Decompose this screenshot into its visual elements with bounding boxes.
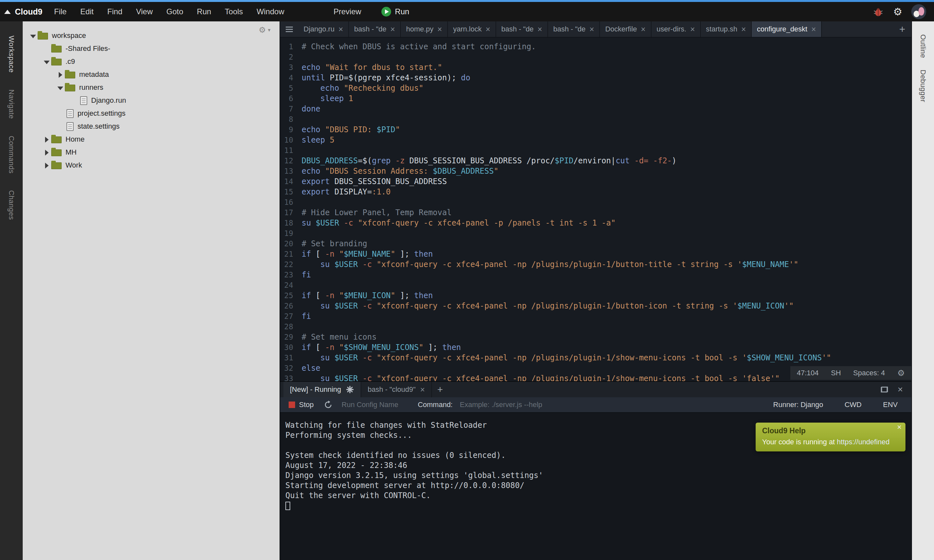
code-line[interactable]: 29# Set menu icons <box>280 332 911 342</box>
tree-item-workspace[interactable]: workspace <box>23 29 279 42</box>
editor-tab-yarn-lock[interactable]: yarn.lock× <box>448 22 496 37</box>
editor-tab-home-py[interactable]: home.py× <box>401 22 448 37</box>
code-line[interactable]: 4until PID=$(pgrep xfce4-session); do <box>280 72 911 83</box>
cwd-button[interactable]: CWD <box>845 400 862 409</box>
tab-close-icon[interactable]: × <box>741 25 746 33</box>
disclosure-closed-icon[interactable] <box>42 136 51 143</box>
menu-find[interactable]: Find <box>107 7 123 16</box>
rail-tab-changes[interactable]: Changes <box>7 190 15 220</box>
editor-tab-django-ru[interactable]: Django.ru× <box>298 22 349 37</box>
run-button[interactable]: Run <box>381 7 409 17</box>
rail-tab-outline[interactable]: Outline <box>919 34 927 58</box>
tab-close-icon[interactable]: × <box>641 25 646 33</box>
tree-item-home[interactable]: Home <box>23 133 279 146</box>
tab-close-icon[interactable]: × <box>690 25 695 33</box>
code-line[interactable]: 2 <box>280 52 911 62</box>
code-line[interactable]: 25if [ -n "$MENU_ICON" ]; then <box>280 290 911 301</box>
tree-item-project-settings[interactable]: project.settings <box>23 107 279 120</box>
rail-tab-workspace[interactable]: Workspace <box>7 35 15 72</box>
code-line[interactable]: 12DBUS_ADDRESS=$(grep -z DBUS_SESSION_BU… <box>280 155 911 166</box>
tree-item-state-settings[interactable]: state.settings <box>23 120 279 133</box>
code-line[interactable]: 11 <box>280 145 911 155</box>
editor-tab-configure-deskt[interactable]: configure_deskt× <box>752 22 822 37</box>
disclosure-closed-icon[interactable] <box>56 71 65 78</box>
syntax-mode[interactable]: SH <box>831 369 841 377</box>
code-line[interactable]: 22 su $USER -c "xfconf-query -c xfce4-pa… <box>280 259 911 270</box>
tab-list-button[interactable] <box>280 22 298 37</box>
tab-close-icon[interactable]: × <box>420 386 425 394</box>
console-tab-new-running[interactable]: [New] - Running <box>284 382 361 397</box>
stop-button[interactable]: Stop <box>299 400 314 409</box>
tree-item-c9[interactable]: .c9 <box>23 55 279 68</box>
menu-view[interactable]: View <box>136 7 153 16</box>
menu-file[interactable]: File <box>54 7 67 16</box>
code-line[interactable]: 15export DISPLAY=:1.0 <box>280 187 911 197</box>
code-line[interactable]: 14export DBUS_SESSION_BUS_ADDRESS <box>280 176 911 187</box>
editor-settings-gear-icon[interactable]: ⚙ <box>897 369 905 377</box>
code-line[interactable]: 3echo "Wait for dbus to start." <box>280 62 911 72</box>
code-line[interactable]: 19 <box>280 228 911 238</box>
code-line[interactable]: 10sleep 5 <box>280 135 911 145</box>
runner-selector[interactable]: Runner: Django <box>773 400 823 409</box>
tab-close-icon[interactable]: × <box>590 25 595 33</box>
disclosure-closed-icon[interactable] <box>42 162 51 169</box>
disclosure-open-icon[interactable] <box>56 84 65 91</box>
new-console-tab-button[interactable]: + <box>432 382 448 397</box>
code-line[interactable]: 21if [ -n "$MENU_NAME" ]; then <box>280 249 911 259</box>
code-line[interactable]: 24 <box>280 280 911 290</box>
code-line[interactable]: 28 <box>280 322 911 332</box>
tree-item-mh[interactable]: MH <box>23 146 279 159</box>
code-line[interactable]: 8 <box>280 114 911 125</box>
restart-button[interactable] <box>323 400 333 410</box>
cursor-position[interactable]: 47:104 <box>797 369 818 377</box>
editor-tab-startup-sh[interactable]: startup.sh× <box>701 22 752 37</box>
run-config-dropdown[interactable]: Run Config Name <box>342 400 398 409</box>
menu-run[interactable]: Run <box>197 7 211 16</box>
code-line[interactable]: 20# Set branding <box>280 238 911 249</box>
code-line[interactable]: 5 echo "Rechecking dbus" <box>280 83 911 93</box>
disclosure-open-icon[interactable] <box>42 58 51 65</box>
code-line[interactable]: 30if [ -n "$SHOW_MENU_ICONS" ]; then <box>280 342 911 352</box>
editor-tab-bash-de[interactable]: bash - "de× <box>349 22 401 37</box>
new-tab-button[interactable]: + <box>893 22 911 37</box>
toast-link[interactable]: https://undefined <box>837 438 889 446</box>
code-line[interactable]: 31 su $USER -c "xfconf-query -c xfce4-pa… <box>280 352 911 363</box>
editor-tab-user-dirs[interactable]: user-dirs.× <box>652 22 701 37</box>
bug-icon[interactable] <box>872 6 884 17</box>
preview-button[interactable]: Preview <box>333 7 361 16</box>
maximize-panel-icon[interactable] <box>881 387 888 392</box>
tab-close-icon[interactable]: × <box>811 25 816 33</box>
menu-goto[interactable]: Goto <box>166 7 183 16</box>
disclosure-closed-icon[interactable] <box>42 149 51 156</box>
tree-item-metadata[interactable]: metadata <box>23 68 279 81</box>
rail-tab-debugger[interactable]: Debugger <box>919 70 927 102</box>
env-button[interactable]: ENV <box>883 400 898 409</box>
spaces-setting[interactable]: Spaces: 4 <box>853 369 885 377</box>
disclosure-open-icon[interactable] <box>29 32 38 39</box>
menu-tools[interactable]: Tools <box>225 7 243 16</box>
tab-close-icon[interactable]: × <box>390 25 395 33</box>
app-logo[interactable]: Cloud9 <box>15 7 43 17</box>
code-line[interactable]: 27fi <box>280 311 911 322</box>
collapse-menu-arrow[interactable] <box>0 10 15 14</box>
tree-item-shared-files[interactable]: -Shared Files- <box>23 42 279 55</box>
editor-tab-bash-de[interactable]: bash - "de× <box>548 22 600 37</box>
code-line[interactable]: 16 <box>280 197 911 208</box>
tree-item-django-run[interactable]: Django.run <box>23 94 279 107</box>
code-line[interactable]: 1# Check when DBUS is active and start c… <box>280 42 911 52</box>
toast-close-icon[interactable]: × <box>897 423 902 431</box>
settings-gear-icon[interactable]: ⚙ <box>893 7 902 17</box>
user-avatar[interactable] <box>911 4 926 19</box>
code-editor[interactable]: 1# Check when DBUS is active and start c… <box>280 38 911 381</box>
command-input[interactable] <box>460 400 641 409</box>
stop-icon[interactable] <box>289 402 295 408</box>
menu-window[interactable]: Window <box>256 7 284 16</box>
code-line[interactable]: 9echo "DBUS PID: $PID" <box>280 125 911 135</box>
tab-close-icon[interactable]: × <box>485 25 490 33</box>
rail-tab-navigate[interactable]: Navigate <box>7 89 15 119</box>
menu-edit[interactable]: Edit <box>80 7 93 16</box>
rail-tab-commands[interactable]: Commands <box>7 136 15 173</box>
tab-close-icon[interactable]: × <box>438 25 442 33</box>
code-line[interactable]: 26 su $USER -c "xfconf-query -c xfce4-pa… <box>280 301 911 311</box>
editor-tab-bash-de[interactable]: bash - "de× <box>496 22 548 37</box>
